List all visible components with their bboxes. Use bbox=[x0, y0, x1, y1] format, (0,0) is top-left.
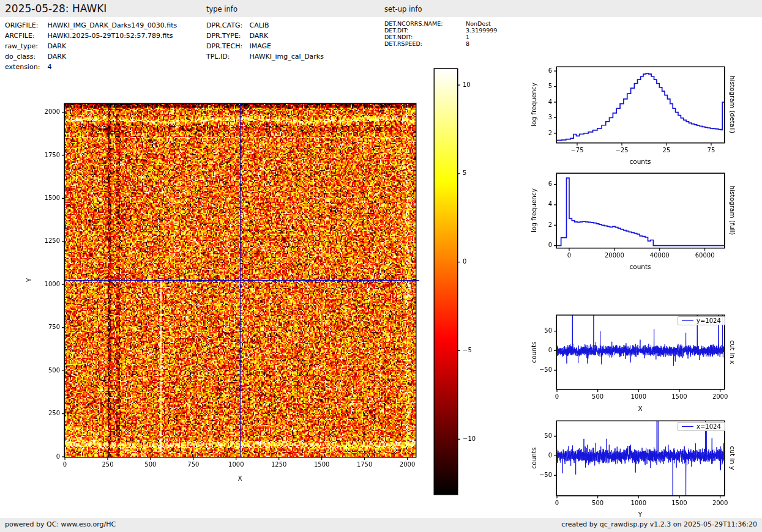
meta-label: DET.RSPEED: bbox=[384, 40, 464, 47]
meta-value: DARK bbox=[48, 42, 67, 50]
hist-detail-title: histogram (detail) bbox=[729, 76, 736, 133]
meta-row-arcfile: ARCFILE: HAWKI.2025-05-29T10:52:57.789.f… bbox=[5, 32, 173, 40]
footer-right-text: created by qc_rawdisp.py v1.2.3 on 2025-… bbox=[561, 520, 757, 528]
meta-row-origfile: ORIGFILE: HAWKI_IMG_DARK_Darks149_0030.f… bbox=[5, 21, 177, 29]
meta-row-dit: DET.DIT: 3.3199999 bbox=[384, 27, 497, 34]
meta-label: DET.NDIT: bbox=[384, 34, 464, 40]
meta-label: raw_type: bbox=[5, 42, 45, 50]
page-title: 2025-05-28: HAWKI bbox=[5, 2, 106, 15]
setup-info-heading: set-up info bbox=[384, 5, 422, 13]
meta-row-dpr-type: DPR.TYPE: DARK bbox=[206, 32, 268, 40]
cut-x-legend: y=1024 bbox=[678, 316, 725, 325]
meta-label: DPR.TYPE: bbox=[206, 32, 247, 40]
meta-row-ncorrs: DET.NCORRS.NAME: NonDest bbox=[384, 20, 491, 27]
meta-value: 3.3199999 bbox=[466, 27, 497, 34]
cut-x-xlabel: X bbox=[638, 405, 642, 412]
cut-y-title: cut in y bbox=[729, 446, 736, 470]
side-plots-canvas bbox=[523, 58, 738, 508]
legend-label: y=1024 bbox=[697, 317, 721, 324]
meta-label: ARCFILE: bbox=[5, 32, 45, 40]
hist-detail-xlabel: counts bbox=[629, 158, 651, 165]
meta-label: ORIGFILE: bbox=[5, 21, 45, 29]
hist-full-ylabel: log frequency bbox=[530, 188, 537, 232]
main-xlabel: X bbox=[237, 475, 242, 482]
meta-label: DPR.TECH: bbox=[206, 42, 247, 50]
main-ylabel: Y bbox=[25, 278, 32, 282]
meta-row-dpr-catg: DPR.CATG: CALIB bbox=[206, 21, 269, 29]
cut-x-title: cut in x bbox=[729, 340, 736, 364]
hist-full-xlabel: counts bbox=[629, 263, 651, 270]
meta-value: NonDest bbox=[466, 20, 491, 27]
meta-row-dpr-tech: DPR.TECH: IMAGE bbox=[206, 42, 271, 50]
legend-line-sample bbox=[682, 426, 693, 427]
legend-label: x=1024 bbox=[697, 423, 721, 430]
footer-left-text: powered by QC: www.eso.org/HC bbox=[5, 520, 116, 528]
meta-value: HAWKI_IMG_DARK_Darks149_0030.fits bbox=[48, 21, 177, 29]
cut-x-ylabel: counts bbox=[530, 341, 537, 363]
meta-value: HAWKI.2025-05-29T10:52:57.789.fits bbox=[48, 32, 173, 40]
meta-value: 8 bbox=[466, 40, 469, 47]
type-info-heading: type info bbox=[206, 5, 237, 13]
meta-label: DET.DIT: bbox=[384, 27, 464, 34]
cut-y-ylabel: counts bbox=[530, 447, 537, 468]
hist-detail-ylabel: log frequency bbox=[530, 83, 537, 127]
qc-report-page: 2025-05-28: HAWKI type info set-up info … bbox=[0, 0, 762, 532]
meta-row-rspeed: DET.RSPEED: 8 bbox=[384, 40, 469, 47]
detector-image-canvas bbox=[0, 58, 496, 514]
hist-full-title: histogram (full) bbox=[729, 186, 736, 235]
cut-y-xlabel: Y bbox=[638, 511, 642, 518]
meta-row-raw-type: raw_type: DARK bbox=[5, 42, 66, 50]
cut-y-legend: x=1024 bbox=[678, 422, 725, 431]
meta-value: CALIB bbox=[250, 21, 269, 29]
header-bar bbox=[0, 0, 762, 17]
meta-label: DET.NCORRS.NAME: bbox=[384, 20, 464, 27]
meta-label: DPR.CATG: bbox=[206, 21, 247, 29]
legend-line-sample bbox=[682, 320, 693, 321]
meta-row-ndit: DET.NDIT: 1 bbox=[384, 34, 469, 40]
meta-value: IMAGE bbox=[250, 42, 272, 50]
meta-value: DARK bbox=[250, 32, 269, 40]
meta-value: 1 bbox=[466, 34, 469, 40]
